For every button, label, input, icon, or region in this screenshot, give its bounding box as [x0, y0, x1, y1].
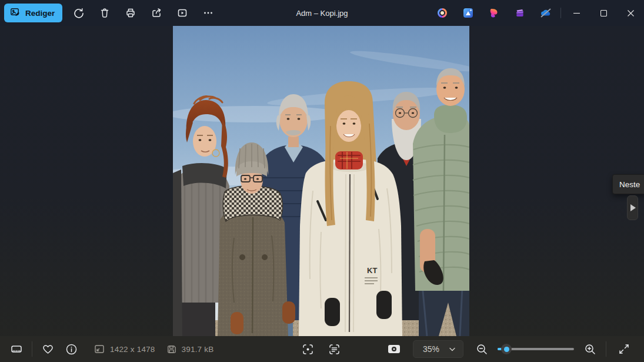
- image-dimensions-icon: [94, 343, 105, 355]
- zoom-out-button[interactable]: [472, 339, 492, 359]
- titlebar-separator: [560, 8, 561, 18]
- jacket-logo-text: KT: [367, 266, 377, 275]
- zoom-level-value: 35%: [423, 344, 439, 354]
- see-more-icon: [202, 7, 214, 19]
- toolbar-right: [429, 0, 644, 26]
- info-icon: [65, 343, 78, 356]
- statusbar: 1422 x 1478 391.7 kB: [0, 336, 644, 362]
- maximize-icon: [600, 10, 607, 16]
- next-tooltip: Neste: [612, 174, 644, 194]
- zoom-slider-thumb[interactable]: [501, 344, 512, 354]
- edit-image-icon: [9, 6, 21, 19]
- delete-button[interactable]: [92, 2, 118, 24]
- copilot-button[interactable]: [429, 2, 455, 24]
- favorite-button[interactable]: [36, 339, 59, 359]
- file-size-value: 391.7 kB: [182, 345, 214, 354]
- clipchamp-icon: [514, 7, 526, 19]
- zoom-in-button[interactable]: [580, 339, 600, 359]
- edit-button-label: Rediger: [25, 9, 55, 18]
- close-button[interactable]: [617, 0, 644, 26]
- zoom-slider[interactable]: [498, 343, 574, 355]
- designer-button[interactable]: [481, 2, 507, 24]
- fit-to-window-icon: [388, 344, 401, 354]
- share-button[interactable]: [144, 2, 169, 24]
- text-actions-icon: [328, 343, 341, 356]
- titlebar: Rediger: [0, 0, 644, 26]
- slideshow-icon: [176, 7, 188, 19]
- maximize-button[interactable]: [590, 0, 617, 26]
- fullscreen-icon: [618, 343, 630, 355]
- text-actions-button[interactable]: [322, 339, 346, 359]
- chevron-down-icon: [449, 346, 456, 353]
- share-icon: [151, 7, 162, 19]
- photos-ai-edit-button[interactable]: [455, 2, 481, 24]
- zoom-separator: [606, 341, 606, 357]
- print-icon: [125, 7, 136, 19]
- clipchamp-button[interactable]: [507, 2, 533, 24]
- filmstrip-button[interactable]: [5, 339, 28, 359]
- photos-ai-edit-icon: [462, 7, 474, 19]
- image-dimensions-value: 1422 x 1478: [110, 345, 155, 354]
- zoom-level-dropdown[interactable]: 35%: [413, 340, 463, 358]
- filmstrip-icon: [10, 343, 23, 356]
- file-size-icon: [166, 344, 177, 355]
- rotate-button[interactable]: [66, 2, 92, 24]
- fullscreen-button[interactable]: [612, 339, 636, 359]
- print-button[interactable]: [118, 2, 144, 24]
- see-more-button[interactable]: [195, 2, 221, 24]
- info-button[interactable]: [59, 339, 83, 359]
- viewer-canvas: KT: [0, 26, 644, 336]
- slideshow-button[interactable]: [169, 2, 195, 24]
- close-icon: [628, 10, 634, 16]
- minimize-icon: [573, 10, 580, 16]
- next-tooltip-label: Neste: [619, 180, 640, 189]
- onedrive-paused-button[interactable]: [533, 2, 559, 24]
- onedrive-paused-icon: [539, 7, 552, 19]
- rotate-icon: [73, 7, 85, 19]
- delete-icon: [99, 7, 111, 19]
- toolbar-left: Rediger: [0, 2, 221, 24]
- edit-button[interactable]: Rediger: [4, 4, 62, 22]
- next-arrow-icon: [629, 204, 636, 212]
- photo-group-portrait[interactable]: KT: [173, 26, 469, 336]
- statusbar-right: 35%: [382, 336, 644, 362]
- fit-to-window-button[interactable]: [382, 339, 406, 359]
- statusbar-center: [296, 336, 346, 362]
- favorite-heart-icon: [42, 343, 54, 356]
- photos-app-window: Rediger: [0, 0, 644, 362]
- zoom-in-icon: [584, 343, 596, 356]
- copilot-icon: [436, 7, 448, 19]
- minimize-button[interactable]: [563, 0, 590, 26]
- statusbar-left: 1422 x 1478 391.7 kB: [0, 339, 219, 359]
- visual-search-button[interactable]: [296, 339, 319, 359]
- file-meta: 1422 x 1478 391.7 kB: [94, 343, 219, 355]
- visual-search-icon: [302, 343, 314, 356]
- designer-icon: [488, 7, 500, 19]
- next-button[interactable]: [627, 195, 638, 220]
- statusbar-separator: [32, 341, 32, 357]
- zoom-out-icon: [476, 343, 488, 356]
